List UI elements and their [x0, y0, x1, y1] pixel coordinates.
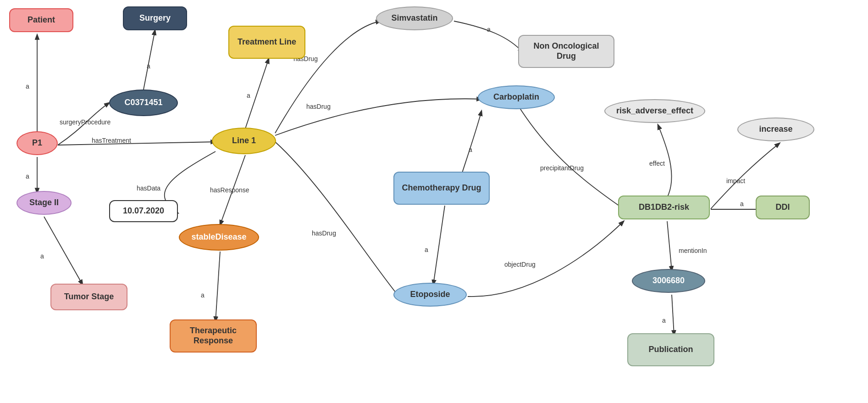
simvastatin-label: Simvastatin [391, 13, 437, 23]
db1db2-label: DB1DB2-risk [639, 202, 689, 213]
label-a-db1db2: a [740, 200, 744, 207]
label-has-response: hasResponse [210, 186, 249, 194]
chemo-drug-node[interactable]: Chemotherapy Drug [393, 172, 490, 205]
risk-adverse-label: risk_adverse_effect [616, 106, 693, 116]
label-a-stage2: a [26, 173, 29, 180]
label-a-line1: a [247, 92, 250, 99]
increase-node[interactable]: increase [737, 118, 814, 141]
risk-adverse-node[interactable]: risk_adverse_effect [604, 99, 705, 123]
tumor-stage-label: Tumor Stage [64, 292, 114, 302]
line1-label: Line 1 [232, 136, 256, 146]
label-a-carboplatin: a [469, 146, 472, 153]
label-a-etoposide: a [425, 246, 428, 253]
etoposide-label: Etoposide [410, 290, 450, 300]
db1db2-node[interactable]: DB1DB2-risk [618, 196, 710, 219]
date-node[interactable]: 10.07.2020 [109, 200, 178, 222]
label-effect: effect [649, 160, 665, 167]
etoposide-node[interactable]: Etoposide [393, 283, 467, 307]
c0371451-node[interactable]: C0371451 [109, 90, 178, 116]
label-surgery-proc: surgeryProcedure [60, 118, 111, 126]
non-onco-label: Non Oncological Drug [525, 41, 607, 61]
therapeutic-response-label: Therapeutic Response [177, 326, 249, 346]
surgery-node[interactable]: Surgery [123, 6, 187, 30]
carboplatin-node[interactable]: Carboplatin [478, 85, 555, 109]
publication-node[interactable]: Publication [627, 333, 714, 366]
therapeutic-response-node[interactable]: Therapeutic Response [170, 319, 257, 353]
label-a-simvastatin: a [487, 26, 491, 33]
increase-label: increase [759, 124, 792, 134]
treatment-line-node[interactable]: Treatment Line [228, 26, 305, 59]
p1-label: P1 [32, 138, 42, 148]
label-has-data: hasData [137, 185, 160, 192]
pub3006-node[interactable]: 3006680 [632, 269, 705, 293]
label-a-stable: a [201, 291, 205, 299]
label-impact: impact [726, 177, 745, 185]
label-a-tumor: a [40, 252, 44, 260]
stable-disease-node[interactable]: stableDisease [179, 224, 259, 251]
simvastatin-node[interactable]: Simvastatin [376, 6, 453, 30]
patient-label: Patient [28, 15, 55, 25]
carboplatin-label: Carboplatin [493, 92, 539, 102]
label-hasdrug-carboplatin: hasDrug [306, 103, 331, 110]
label-object-drug: objectDrug [504, 261, 536, 268]
publication-label: Publication [648, 345, 693, 355]
date-label: 10.07.2020 [123, 206, 164, 216]
pub3006-label: 3006680 [652, 276, 685, 286]
stable-disease-label: stableDisease [191, 232, 246, 242]
canvas: a a a surgeryProcedure a hasTreatment ha… [0, 0, 868, 403]
tumor-stage-node[interactable]: Tumor Stage [50, 284, 127, 310]
label-precipitant: precipitantDrug [540, 164, 584, 172]
label-has-treatment: hasTreatment [92, 137, 131, 144]
surgery-label: Surgery [139, 13, 171, 23]
label-a-surgery: a [147, 62, 150, 70]
ddi-label: DDI [776, 202, 790, 213]
label-hasdrug-etoposide: hasDrug [312, 229, 336, 237]
treatment-line-label: Treatment Line [238, 37, 296, 47]
label-a-pub: a [662, 317, 666, 324]
line1-node[interactable]: Line 1 [212, 128, 276, 154]
label-a-patient: a [26, 83, 29, 90]
ddi-node[interactable]: DDI [756, 196, 810, 219]
chemo-drug-label: Chemotherapy Drug [402, 183, 481, 193]
stage2-label: Stage II [29, 198, 59, 208]
stage2-node[interactable]: Stage II [17, 191, 72, 215]
c0371451-label: C0371451 [124, 98, 162, 108]
label-mention-in: mentionIn [679, 247, 707, 254]
non-onco-node[interactable]: Non Oncological Drug [518, 35, 614, 68]
p1-node[interactable]: P1 [17, 131, 58, 155]
patient-node[interactable]: Patient [9, 8, 73, 32]
